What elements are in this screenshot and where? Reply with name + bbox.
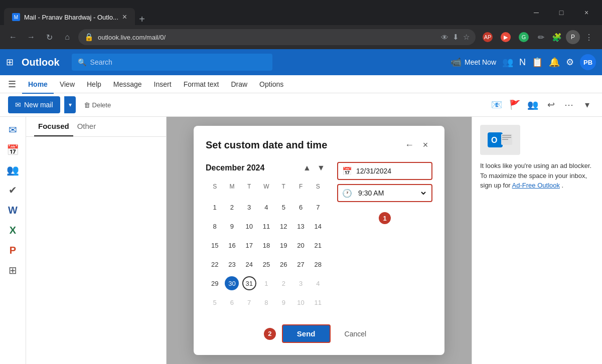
cal-cell[interactable]: 23 [224,255,240,273]
cal-day-7-next[interactable]: 7 [242,295,256,309]
cal-cell[interactable]: 27 [292,255,309,273]
cal-cell[interactable]: 22 [207,255,223,273]
tab-home[interactable]: Home [22,76,54,94]
cal-cell[interactable]: 6 [224,293,240,311]
ext-ap-btn[interactable]: AP [480,29,496,45]
cal-day-3[interactable]: 3 [242,200,256,214]
active-tab[interactable]: M Mail - Pranav Bhardwaj - Outlo... × [4,8,135,26]
hamburger-menu[interactable]: ☰ [8,79,16,90]
cal-cell[interactable]: 7 [241,293,257,311]
cal-day-25[interactable]: 25 [259,257,273,271]
cal-cell[interactable] [292,193,309,197]
collapse-icon[interactable]: ▾ [580,98,594,112]
extensions-btn[interactable]: 🧩 [550,30,564,44]
cal-day-1[interactable]: 1 [208,200,222,214]
ext-red-btn[interactable]: ▶ [498,29,514,45]
cal-day-5[interactable]: 5 [276,200,290,214]
cal-cell[interactable]: 31 [241,274,257,292]
tab-options[interactable]: Options [253,76,289,94]
cal-day-2-next[interactable]: 2 [276,276,290,290]
cal-day-22[interactable]: 22 [208,257,222,271]
cal-cell[interactable]: 20 [292,236,309,254]
cal-day-2[interactable]: 2 [225,200,239,214]
cal-cell[interactable] [275,193,291,197]
sidebar-apps-icon[interactable]: ⊞ [4,261,22,279]
cal-day-7[interactable]: 7 [311,200,325,214]
reload-btn[interactable]: ↻ [42,30,56,44]
edit-btn[interactable]: ✏ [534,30,548,44]
teams-btn[interactable]: 👥 [502,57,513,68]
cal-cell[interactable]: 17 [241,236,257,254]
unread-icon[interactable]: 📧 [490,98,504,112]
settings-btn[interactable]: ⚙ [566,57,574,68]
send-button[interactable]: Send [282,324,331,343]
sidebar-tasks-icon[interactable]: ✔ [4,181,22,199]
ext-green-btn[interactable]: G [516,29,532,45]
cal-cell[interactable]: 29 [207,274,223,292]
cal-cell[interactable] [258,193,274,197]
new-tab-btn[interactable]: + [135,14,149,25]
focused-tab[interactable]: Focused [34,117,73,136]
cal-cell[interactable]: 3 [292,274,309,292]
cal-cell[interactable]: 4 [310,274,326,292]
cal-cell[interactable]: 14 [310,217,326,235]
cal-day-8-next[interactable]: 8 [259,295,273,309]
cal-day-31-selected[interactable]: 31 [242,276,256,290]
cal-cell[interactable]: 6 [292,198,309,216]
profile-circle[interactable]: PB [580,54,596,70]
cal-day-28[interactable]: 28 [311,257,325,271]
cal-day-6[interactable]: 6 [294,200,308,214]
cal-cell[interactable]: 2 [275,274,291,292]
tab-close-btn[interactable]: × [122,13,127,22]
delete-button[interactable]: 🗑 Delete [80,96,115,113]
cal-day-13[interactable]: 13 [294,219,308,233]
cal-cell[interactable] [241,193,257,197]
cal-cell[interactable]: 10 [241,217,257,235]
ad-free-link[interactable]: Ad-Free Outlook [512,181,560,189]
people-icon[interactable]: 👥 [526,98,540,112]
modal-close-btn[interactable]: × [418,138,432,152]
eye-icon[interactable]: 👁 [441,33,448,42]
cal-cell[interactable]: 10 [292,293,309,311]
cal-day-9[interactable]: 9 [225,219,239,233]
sidebar-word-icon[interactable]: W [4,201,22,219]
tab-insert[interactable]: Insert [148,76,178,94]
cal-cell[interactable] [207,193,223,197]
cal-day-11[interactable]: 11 [259,219,273,233]
home-btn[interactable]: ⌂ [60,30,74,44]
cal-cell[interactable]: 5 [275,198,291,216]
back-btn[interactable]: ← [6,30,20,44]
minimize-btn[interactable]: ─ [525,5,548,21]
cal-day-27[interactable]: 27 [294,257,308,271]
cal-cell[interactable]: 5 [207,293,223,311]
cal-cell[interactable]: 7 [310,198,326,216]
cal-cell[interactable]: 16 [224,236,240,254]
cal-cell[interactable]: 13 [292,217,309,235]
browser-profile-avatar[interactable]: P [566,30,580,44]
cal-day-24[interactable]: 24 [242,257,256,271]
cal-day-5-next[interactable]: 5 [208,295,222,309]
cal-day-17[interactable]: 17 [242,238,256,252]
cal-cell[interactable]: 1 [207,198,223,216]
cal-cell[interactable]: 11 [310,293,326,311]
sidebar-powerpoint-icon[interactable]: P [4,241,22,259]
cancel-button[interactable]: Cancel [337,326,375,342]
menu-btn[interactable]: ⋮ [582,30,596,44]
date-input[interactable] [356,167,427,175]
tab-help[interactable]: Help [81,76,107,94]
sidebar-calendar-icon[interactable]: 📅 [4,141,22,159]
flag-icon[interactable]: 🚩 [508,98,522,112]
tab-view[interactable]: View [54,76,81,94]
cal-cell[interactable]: 3 [241,198,257,216]
date-input-group[interactable]: 📅 [337,162,432,180]
cal-day-10-next[interactable]: 10 [294,295,308,309]
cal-cell[interactable]: 21 [310,236,326,254]
grid-icon[interactable]: ⊞ [6,57,14,68]
cal-day-3-next[interactable]: 3 [294,276,308,290]
cal-cell[interactable]: 18 [258,236,274,254]
cal-cell[interactable]: 19 [275,236,291,254]
cal-day-18[interactable]: 18 [259,238,273,252]
sidebar-mail-icon[interactable]: ✉ [4,121,22,139]
tab-message[interactable]: Message [107,76,148,94]
cal-day-11-next[interactable]: 11 [311,295,325,309]
